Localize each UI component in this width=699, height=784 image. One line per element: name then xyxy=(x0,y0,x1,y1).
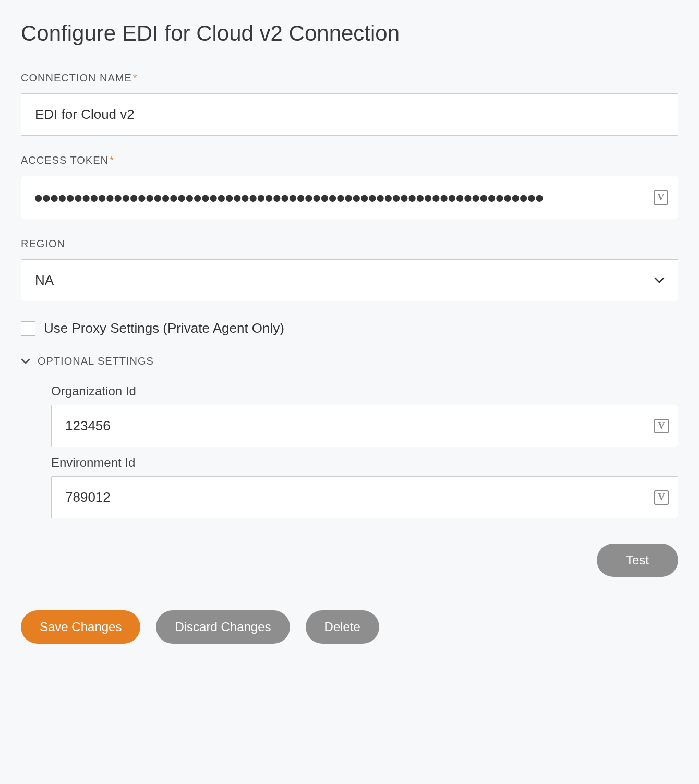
footer-buttons: Save Changes Discard Changes Delete xyxy=(21,610,678,644)
chevron-down-icon xyxy=(21,357,30,366)
organization-id-input[interactable] xyxy=(51,405,678,447)
discard-button[interactable]: Discard Changes xyxy=(156,610,290,644)
test-button-row: Test xyxy=(21,544,678,577)
access-token-masked-value: ●●●●●●●●●●●●●●●●●●●●●●●●●●●●●●●●●●●●●●●●… xyxy=(35,191,646,204)
region-group: REGION NA xyxy=(21,238,678,301)
connection-name-label-text: CONNECTION NAME xyxy=(21,72,132,83)
required-indicator: * xyxy=(133,72,138,83)
access-token-label: ACCESS TOKEN* xyxy=(21,154,678,166)
organization-id-label: Organization Id xyxy=(51,384,678,399)
delete-button[interactable]: Delete xyxy=(306,610,379,644)
optional-settings-label: OPTIONAL SETTINGS xyxy=(38,355,154,367)
save-button[interactable]: Save Changes xyxy=(21,610,140,644)
environment-id-group: Environment Id V xyxy=(51,455,678,518)
access-token-group: ACCESS TOKEN* ●●●●●●●●●●●●●●●●●●●●●●●●●●… xyxy=(21,154,678,219)
optional-settings-panel: Organization Id V Environment Id V xyxy=(51,384,678,518)
environment-id-input[interactable] xyxy=(51,476,678,518)
variable-icon[interactable]: V xyxy=(654,190,668,205)
connection-name-input[interactable] xyxy=(21,93,678,136)
test-button[interactable]: Test xyxy=(597,544,678,577)
environment-id-label: Environment Id xyxy=(51,455,678,470)
connection-name-group: CONNECTION NAME* xyxy=(21,72,678,136)
organization-id-group: Organization Id V xyxy=(51,384,678,447)
required-indicator: * xyxy=(110,154,114,166)
region-select[interactable]: NA xyxy=(21,259,678,301)
region-label: REGION xyxy=(21,238,678,250)
variable-icon[interactable]: V xyxy=(654,419,669,433)
page-title: Configure EDI for Cloud v2 Connection xyxy=(21,21,678,46)
optional-settings-toggle[interactable]: OPTIONAL SETTINGS xyxy=(21,355,678,367)
access-token-label-text: ACCESS TOKEN xyxy=(21,154,109,166)
use-proxy-checkbox[interactable] xyxy=(21,321,35,336)
region-select-wrapper: NA xyxy=(21,259,678,301)
access-token-input[interactable]: ●●●●●●●●●●●●●●●●●●●●●●●●●●●●●●●●●●●●●●●●… xyxy=(21,176,678,219)
variable-icon[interactable]: V xyxy=(654,490,669,505)
use-proxy-row: Use Proxy Settings (Private Agent Only) xyxy=(21,320,678,336)
connection-name-label: CONNECTION NAME* xyxy=(21,72,678,84)
use-proxy-label: Use Proxy Settings (Private Agent Only) xyxy=(44,320,284,336)
